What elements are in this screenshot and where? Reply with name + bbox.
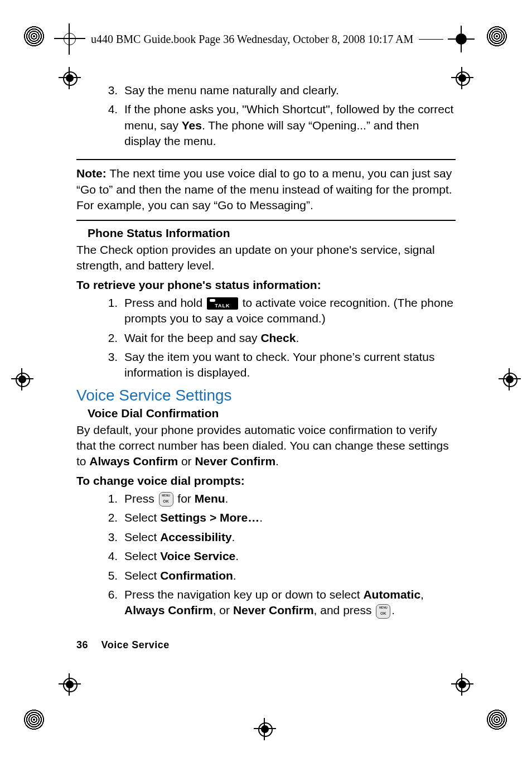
reg-mark-tl: [23, 26, 46, 48]
talk-key-icon: [207, 297, 238, 310]
reg-mark-br: [486, 709, 509, 731]
note-label: Note:: [76, 167, 107, 180]
reg-cross-inner-bl: [59, 673, 81, 696]
voice-dial-body: By default, your phone provides automati…: [76, 422, 456, 470]
vd-s6-b2: Always Confirm: [124, 604, 213, 616]
vd-s6-post: .: [391, 604, 395, 616]
step-3-text: Say the menu name naturally and clearly.: [124, 84, 339, 97]
vd-s2-post: .: [259, 511, 263, 524]
ps-step-2-bold: Check: [260, 331, 296, 344]
step-3: Say the menu name naturally and clearly.: [121, 83, 456, 98]
vd-s5-post: .: [233, 569, 236, 582]
divider-2: [76, 220, 456, 221]
ps-step-3: Say the item you want to check. Your pho…: [121, 349, 456, 381]
page-number: 36: [76, 639, 88, 650]
vd-s6-m1: ,: [420, 588, 424, 601]
ps-step-1: Press and hold to activate voice recogni…: [121, 295, 456, 327]
vd-s1-mid: for: [175, 492, 195, 505]
voice-dial-steps: Press for Menu. Select Settings > More….…: [76, 491, 456, 619]
step-4: If the phone asks you, "Which Shortcut",…: [121, 102, 456, 149]
vd-s3-pre: Select: [124, 531, 160, 543]
ps-step-2-post: .: [296, 331, 299, 344]
subheading-voice-dial-confirmation: Voice Dial Confirmation: [88, 407, 456, 420]
vd-step-4: Select Voice Service.: [121, 548, 456, 564]
vd-s4-post: .: [235, 549, 239, 562]
vd-step-2: Select Settings > More….: [121, 510, 456, 525]
vd-s4-pre: Select: [124, 549, 160, 562]
vd-s6-b1: Automatic: [363, 588, 420, 601]
vd-step-1: Press for Menu.: [121, 491, 456, 507]
vd-s5-pre: Select: [124, 569, 160, 582]
vd-s3-b: Accessibility: [160, 531, 231, 543]
vd-s6-pre: Press the navigation key up or down to s…: [124, 588, 363, 601]
voice-dial-task: To change voice dial prompts:: [76, 473, 456, 489]
divider-1: [76, 159, 456, 160]
vd-body-post: .: [275, 455, 279, 467]
vd-s6-m2: , or: [213, 604, 233, 616]
reg-cross-right: [499, 368, 521, 390]
vd-s4-b: Voice Service: [160, 549, 235, 562]
vd-s1-pre: Press: [124, 492, 158, 505]
reg-mark-tr: [486, 26, 509, 48]
vd-s2-pre: Select: [124, 511, 160, 524]
reg-cross-bottom: [254, 718, 276, 740]
menu-ok-key-icon: [159, 492, 173, 507]
phone-status-steps: Press and hold to activate voice recogni…: [76, 295, 456, 381]
vd-step-5: Select Confirmation.: [121, 568, 456, 584]
ps-step-2-pre: Wait for the beep and say: [124, 331, 260, 344]
note-paragraph: Note: The next time you use voice dial t…: [76, 166, 456, 213]
reg-mark-bl: [23, 709, 46, 731]
vd-s2-b: Settings > More…: [160, 511, 259, 524]
print-header: u440 BMC Guide.book Page 36 Wednesday, O…: [59, 28, 473, 50]
vd-s3-post: .: [232, 531, 235, 543]
vd-step-6: Press the navigation key up or down to s…: [121, 587, 456, 619]
header-text: u440 BMC Guide.book Page 36 Wednesday, O…: [91, 33, 413, 46]
vd-body-b2: Never Confirm: [195, 455, 275, 467]
header-rule: [419, 39, 443, 40]
phone-status-body: The Check option provides an update on y…: [76, 242, 456, 274]
menu-ok-key-icon-2: [376, 604, 390, 619]
vd-body-b1: Always Confirm: [89, 455, 178, 467]
page-footer: 36 Voice Service: [76, 639, 170, 651]
vd-s6-m3: , and press: [314, 604, 375, 616]
vd-body-mid: or: [178, 455, 195, 467]
vd-s1-post: .: [225, 492, 229, 505]
ps-step-1-pre: Press and hold: [124, 296, 206, 309]
section-heading-voice-service-settings: Voice Service Settings: [76, 387, 456, 404]
vd-step-3: Select Accessibility.: [121, 529, 456, 545]
reg-cross-inner-br: [451, 673, 473, 696]
top-steps-list: Say the menu name naturally and clearly.…: [76, 83, 456, 149]
vd-s1-b: Menu: [195, 492, 225, 505]
ps-step-2: Wait for the beep and say Check.: [121, 330, 456, 346]
page-body: Say the menu name naturally and clearly.…: [76, 83, 456, 622]
note-text: The next time you use voice dial to go t…: [76, 167, 452, 211]
reg-cross-left: [11, 368, 33, 390]
vd-s5-b: Confirmation: [160, 569, 233, 582]
phone-status-task: To retrieve your phone's status informat…: [76, 277, 456, 293]
header-dot-icon: [456, 33, 467, 45]
subheading-phone-status: Phone Status Information: [88, 226, 456, 240]
ps-step-3-text: Say the item you want to check. Your pho…: [124, 350, 434, 379]
step-4-bold: Yes: [182, 119, 202, 132]
vd-s6-b3: Never Confirm: [233, 604, 314, 616]
header-cross-icon: [59, 28, 81, 50]
footer-section: Voice Service: [101, 639, 170, 650]
